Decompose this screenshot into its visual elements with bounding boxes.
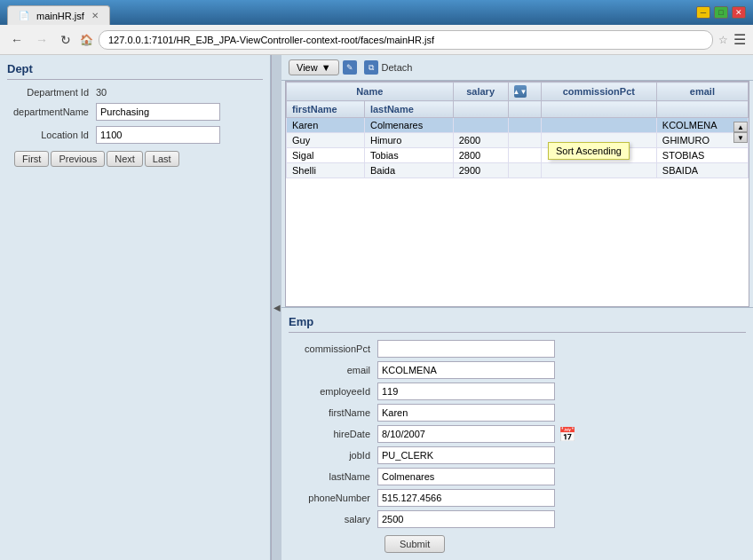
- sort-cell: [508, 133, 541, 148]
- emp-email-input[interactable]: [377, 361, 555, 379]
- emp-id-row: employeeId: [289, 383, 746, 400]
- view-label: View: [297, 62, 318, 73]
- commission-pct-cell: [541, 133, 656, 148]
- home-icon[interactable]: 🏠: [80, 34, 93, 46]
- commission-pct-sub-header[interactable]: [541, 101, 656, 118]
- right-panel: View ▼ ✎ ⧉ Detach Name: [281, 55, 753, 560]
- last-name-header[interactable]: lastName: [364, 101, 453, 118]
- sort-sub-header[interactable]: [508, 101, 541, 118]
- toolbar: View ▼ ✎ ⧉ Detach: [281, 55, 753, 81]
- table-row[interactable]: Guy Himuro 2600 GHIMURO: [287, 133, 749, 148]
- reload-button[interactable]: ↻: [57, 31, 75, 49]
- calendar-icon[interactable]: 📅: [559, 426, 576, 443]
- emp-firstname-label: firstName: [289, 407, 377, 418]
- table-row[interactable]: Karen Colmenares KCOLMENA: [287, 118, 749, 133]
- first-name-header[interactable]: firstName: [287, 101, 365, 118]
- emp-lastname-label: lastName: [289, 471, 377, 482]
- detach-label: Detach: [382, 62, 413, 73]
- emp-firstname-input[interactable]: [377, 404, 555, 422]
- tab-title: mainHR.jsf: [36, 11, 84, 21]
- window-chrome: 📄 mainHR.jsf ✕ ─ □ ✕: [0, 0, 753, 25]
- first-button[interactable]: First: [14, 151, 49, 167]
- dept-id-row: Department Id 30: [7, 87, 263, 98]
- commission-pct-cell: [541, 148, 656, 163]
- commission-pct-cell: [541, 163, 656, 178]
- first-name-cell: Sigal: [287, 148, 365, 163]
- sort-header-col[interactable]: ▲▼: [508, 83, 541, 101]
- name-group-header[interactable]: Name: [287, 83, 454, 101]
- emp-jobid-label: jobId: [289, 450, 377, 461]
- salary-cell: 2600: [453, 133, 508, 148]
- employees-table-container[interactable]: Name salary ▲▼ commissionP: [285, 81, 749, 307]
- email-header[interactable]: email: [656, 83, 748, 101]
- emp-id-input[interactable]: [377, 383, 555, 400]
- salary-sub-header[interactable]: [453, 101, 508, 118]
- last-name-cell: Baida: [364, 163, 453, 178]
- salary-cell: 2800: [453, 148, 508, 163]
- emp-commission-input[interactable]: [377, 340, 555, 358]
- forward-button[interactable]: →: [32, 31, 52, 49]
- employees-table-section: Name salary ▲▼ commissionP: [281, 81, 753, 307]
- dept-name-label: departmentName: [7, 106, 96, 117]
- dept-name-row: departmentName: [7, 103, 263, 121]
- email-sub-header[interactable]: [656, 101, 748, 118]
- dept-nav-buttons: First Previous Next Last: [14, 151, 263, 167]
- emp-email-label: email: [289, 365, 377, 375]
- close-button[interactable]: ✕: [732, 6, 746, 19]
- edit-icon[interactable]: ✎: [343, 60, 357, 75]
- dept-name-input[interactable]: [96, 103, 220, 121]
- salary-header[interactable]: salary: [453, 83, 508, 101]
- previous-button[interactable]: Previous: [51, 151, 105, 167]
- dept-panel: Dept Department Id 30 departmentName Loc…: [0, 55, 271, 560]
- emp-phone-row: phoneNumber: [289, 489, 746, 507]
- scroll-down-arrow[interactable]: ▼: [733, 132, 748, 143]
- dept-title: Dept: [7, 62, 263, 80]
- emp-hiredate-input[interactable]: [377, 425, 555, 443]
- bookmark-icon[interactable]: ☆: [718, 34, 728, 46]
- first-name-cell: Shelli: [287, 163, 365, 178]
- emp-jobid-input[interactable]: [377, 446, 555, 464]
- view-chevron-icon: ▼: [321, 62, 331, 73]
- minimize-button[interactable]: ─: [696, 6, 710, 19]
- next-button[interactable]: Next: [107, 151, 143, 167]
- main-content: Dept Department Id 30 departmentName Loc…: [0, 55, 753, 560]
- last-button[interactable]: Last: [145, 151, 179, 167]
- table-row[interactable]: Shelli Baida 2900 SBAIDA: [287, 163, 749, 178]
- scroll-up-arrow[interactable]: ▲: [733, 122, 748, 132]
- maximize-button[interactable]: □: [714, 6, 728, 19]
- sort-cell: [508, 118, 541, 133]
- emp-lastname-input[interactable]: [377, 468, 555, 485]
- emp-hiredate-label: hireDate: [289, 429, 377, 439]
- detach-icon: ⧉: [364, 60, 378, 75]
- submit-button[interactable]: Submit: [384, 535, 445, 553]
- view-button[interactable]: View ▼: [289, 59, 339, 75]
- location-id-input[interactable]: [96, 126, 220, 144]
- browser-tab[interactable]: 📄 mainHR.jsf ✕: [7, 5, 110, 25]
- emp-salary-input[interactable]: [377, 510, 555, 528]
- emp-hiredate-row: hireDate 📅: [289, 425, 746, 443]
- emp-phone-input[interactable]: [377, 489, 555, 507]
- employees-table: Name salary ▲▼ commissionP: [286, 82, 749, 178]
- submit-row: Submit: [289, 532, 746, 553]
- emp-commission-row: commissionPct: [289, 340, 746, 358]
- commission-pct-header[interactable]: commissionPct: [541, 83, 656, 101]
- last-name-cell: Himuro: [364, 133, 453, 148]
- sort-cell: [508, 163, 541, 178]
- back-button[interactable]: ←: [7, 31, 27, 49]
- last-name-cell: Tobias: [364, 148, 453, 163]
- emp-jobid-row: jobId: [289, 446, 746, 464]
- emp-panel: Emp commissionPct email employeeId first…: [281, 307, 753, 560]
- tab-icon: 📄: [19, 11, 29, 20]
- emp-commission-label: commissionPct: [289, 343, 377, 354]
- detach-button[interactable]: ⧉ Detach: [361, 59, 416, 76]
- emp-phone-label: phoneNumber: [289, 493, 377, 503]
- address-input[interactable]: [99, 30, 713, 50]
- emp-email-row: email: [289, 361, 746, 379]
- emp-firstname-row: firstName: [289, 404, 746, 422]
- collapse-arrow[interactable]: ◀: [271, 55, 281, 560]
- tab-bar: 📄 mainHR.jsf ✕: [7, 0, 110, 25]
- table-row[interactable]: Sigal Tobias 2800 STOBIAS: [287, 148, 749, 163]
- salary-cell: 2900: [453, 163, 508, 178]
- menu-icon[interactable]: ☰: [733, 31, 746, 48]
- tab-close-button[interactable]: ✕: [91, 11, 99, 20]
